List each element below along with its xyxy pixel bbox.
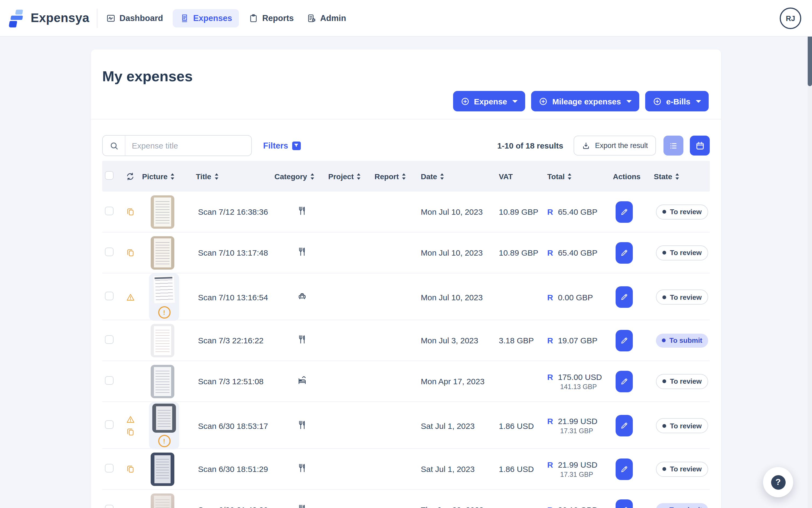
search-input[interactable] (125, 136, 251, 156)
refresh-button[interactable] (118, 171, 142, 181)
row-checkbox[interactable] (105, 206, 114, 215)
row-checkbox[interactable] (105, 335, 114, 344)
pencil-icon (620, 207, 629, 216)
sort-icon[interactable] (440, 172, 445, 180)
user-avatar[interactable]: RJ (780, 7, 801, 29)
sort-icon[interactable] (567, 172, 572, 180)
row-checkbox[interactable] (105, 464, 114, 472)
sort-icon[interactable] (310, 172, 314, 180)
column-header-label: Project (328, 172, 354, 180)
total-amount: 65.40 GBP (558, 207, 598, 216)
expense-vat: 10.89 GBP (499, 248, 547, 257)
receipt-thumbnail-alert-wrap[interactable]: ! (149, 273, 179, 321)
column-header-category[interactable]: Category (274, 172, 328, 180)
edit-expense-button[interactable] (615, 330, 633, 351)
column-header-actions[interactable]: Actions (613, 172, 654, 180)
sort-icon[interactable] (401, 172, 406, 180)
edit-expense-button[interactable] (615, 201, 633, 222)
receipt-thumbnail[interactable] (151, 493, 174, 508)
filters-label: Filters (263, 141, 288, 151)
column-header-date[interactable]: Date (421, 172, 499, 180)
edit-expense-button[interactable] (615, 458, 633, 480)
refundable-indicator: R (547, 460, 553, 469)
receipt-thumbnail[interactable] (151, 452, 174, 486)
sort-icon[interactable] (675, 172, 680, 180)
table-row[interactable]: Scan 6/30 18:51:29Sat Jul 1, 20231.86 US… (102, 449, 710, 490)
table-row[interactable]: Scan 7/10 13:17:48Mon Jul 10, 202310.89 … (102, 232, 710, 273)
receipt-thumbnail[interactable] (152, 404, 176, 433)
actions-cell (613, 458, 654, 480)
receipt-thumbnail[interactable] (151, 365, 174, 398)
refundable-indicator: R (547, 417, 553, 426)
column-header-project[interactable]: Project (328, 172, 375, 180)
table-row[interactable]: Scan 7/12 16:38:36Mon Jul 10, 202310.89 … (102, 192, 710, 232)
refresh-icon (125, 171, 135, 181)
nav-item-admin[interactable]: Admin (303, 9, 349, 27)
row-checkbox-cell (102, 247, 118, 258)
row-checkbox-cell (102, 420, 118, 431)
table-row[interactable]: Scan 7/3 22:16:22Mon Jul 3, 20233.18 GBP… (102, 320, 710, 361)
total-converted-amount: 17.31 GBP (560, 427, 613, 435)
pencil-icon (620, 248, 629, 257)
help-button[interactable]: ? (763, 467, 793, 497)
receipt-thumbnail[interactable] (152, 275, 176, 304)
total-cell: R21.99 USD17.31 GBP (547, 417, 613, 435)
edit-expense-button[interactable] (615, 499, 633, 508)
add-mileage-button[interactable]: Mileage expenses (531, 91, 639, 112)
nav-item-dashboard[interactable]: Dashboard (103, 9, 166, 27)
receipt-thumbnail-alert-wrap[interactable]: ! (149, 402, 179, 449)
sort-icon[interactable] (356, 172, 361, 180)
column-header-picture[interactable]: Picture (142, 172, 196, 180)
category-restaurant-icon (297, 334, 307, 344)
state-cell: To review (654, 461, 710, 476)
filters-button[interactable]: Filters (263, 141, 301, 151)
row-checkbox[interactable] (105, 292, 114, 300)
row-checkbox[interactable] (105, 376, 114, 384)
category-restaurant-icon (297, 463, 307, 473)
table-row[interactable]: Scan 6/30 21:42:20Thu Jun 29, 2023R86.10… (102, 490, 710, 508)
expense-title: Scan 7/10 13:17:48 (196, 248, 274, 257)
nav-item-reports[interactable]: Reports (246, 9, 297, 27)
receipt-thumbnail[interactable] (151, 195, 174, 228)
calendar-view-toggle[interactable] (690, 136, 710, 156)
table-row[interactable]: !Scan 6/30 18:53:17Sat Jul 1, 20231.86 U… (102, 402, 710, 449)
column-header-state[interactable]: State (654, 172, 710, 180)
row-checkbox[interactable] (105, 420, 114, 429)
receipt-thumbnail[interactable] (151, 236, 174, 269)
edit-expense-button[interactable] (615, 371, 633, 392)
add-ebills-button[interactable]: e-Bills (645, 91, 709, 112)
column-header-label: Actions (613, 172, 641, 180)
category-cell (274, 420, 328, 432)
pencil-icon (620, 293, 629, 301)
nav-item-expenses[interactable]: Expenses (173, 9, 239, 27)
nav-item-label: Dashboard (120, 13, 163, 23)
select-all-checkbox[interactable] (105, 171, 114, 179)
expense-title: Scan 6/30 18:53:17 (196, 421, 274, 430)
export-button[interactable]: Export the result (573, 136, 656, 156)
category-cell (274, 504, 328, 508)
top-navbar: Expensya DashboardExpensesReportsAdmin R… (0, 0, 812, 36)
edit-expense-button[interactable] (615, 286, 633, 308)
add-expense-button[interactable]: Expense (453, 91, 525, 112)
brand-logo[interactable]: Expensya (9, 9, 89, 27)
table-row[interactable]: !Scan 7/10 13:16:54Mon Jul 10, 2023R0.00… (102, 273, 710, 320)
row-checkbox[interactable] (105, 247, 114, 256)
edit-expense-button[interactable] (615, 242, 633, 263)
caret-down-icon (513, 100, 518, 102)
button-label: Expense (474, 97, 507, 106)
row-checkbox-cell (102, 464, 118, 474)
row-checkbox-cell (102, 505, 118, 508)
receipt-thumbnail[interactable] (151, 324, 174, 357)
row-checkbox[interactable] (105, 505, 114, 508)
status-label: To submit (670, 336, 702, 344)
edit-expense-button[interactable] (615, 415, 633, 436)
table-row[interactable]: Scan 7/3 12:51:08Mon Apr 17, 2023R175.00… (102, 361, 710, 402)
list-view-toggle[interactable] (664, 136, 683, 156)
sort-icon[interactable] (214, 172, 219, 180)
column-header-total[interactable]: Total (547, 172, 613, 180)
column-header-report[interactable]: Report (375, 172, 421, 180)
column-header-title[interactable]: Title (196, 172, 274, 180)
column-header-vat[interactable]: VAT (499, 172, 547, 180)
actions-cell (613, 499, 654, 508)
sort-icon[interactable] (170, 172, 175, 180)
